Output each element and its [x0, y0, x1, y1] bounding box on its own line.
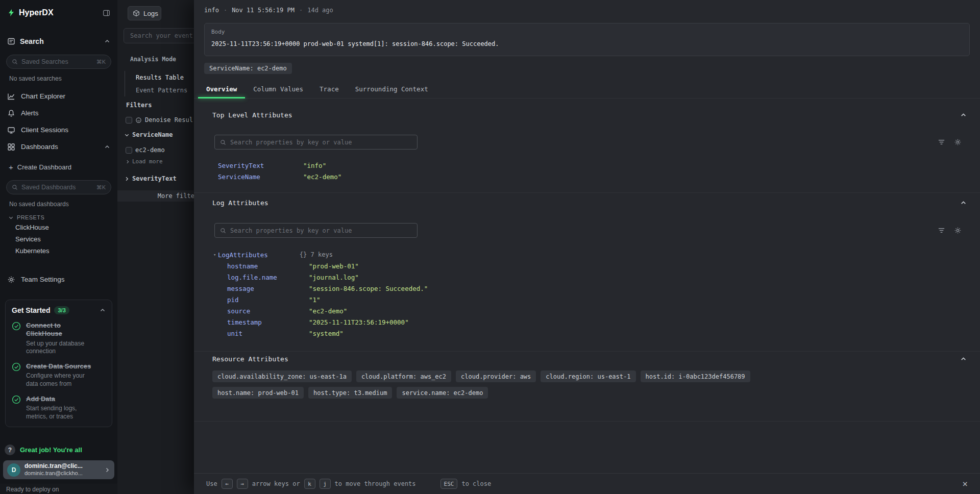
get-started-step[interactable]: Add Data Start sending logs, metrics, or…	[12, 395, 106, 421]
attribute-row[interactable]: log.file.name "journal.log"	[194, 271, 980, 283]
search-icon	[220, 139, 226, 145]
right-arrow-key: →	[237, 479, 248, 489]
grid-icon	[7, 143, 15, 151]
attribute-key[interactable]: SeverityText	[218, 162, 303, 169]
mode-event-patterns[interactable]: Event Patterns	[125, 84, 195, 96]
attribute-key[interactable]: unit	[227, 330, 309, 337]
sidebar-item-alerts[interactable]: Alerts	[0, 105, 117, 121]
resource-pill[interactable]: host.id: i-0abc123def456789	[641, 370, 750, 382]
attribute-row[interactable]: message "session-846.scope: Succeeded."	[194, 283, 980, 294]
sidebar-item-chart-explorer[interactable]: Chart Explorer	[0, 88, 117, 105]
caret-down-icon[interactable]: ▾	[213, 252, 218, 257]
attribute-row[interactable]: unit "systemd"	[194, 328, 980, 339]
sidebar-item-kubernetes[interactable]: Kubernetes	[0, 245, 117, 257]
resource-pill[interactable]: cloud.availability_zone: us-east-1a	[212, 370, 352, 382]
collapse-section-icon[interactable]	[960, 356, 967, 362]
attribute-value[interactable]: "1"	[309, 296, 321, 304]
chevron-up-icon[interactable]	[100, 307, 106, 313]
attribute-value[interactable]: "systemd"	[309, 330, 344, 337]
mode-results-table[interactable]: Results Table	[125, 71, 195, 84]
attribute-value[interactable]: "2025-11-11T23:56:19+0000"	[309, 318, 409, 326]
attribute-row[interactable]: ServiceName "ec2-demo"	[194, 171, 980, 182]
attribute-key[interactable]: timestamp	[227, 318, 309, 326]
chevron-up-icon[interactable]	[104, 144, 110, 150]
attribute-key[interactable]: LogAttributes	[218, 251, 268, 259]
sidebar-item-client-sessions[interactable]: Client Sessions	[0, 121, 117, 138]
tab-column-values[interactable]: Column Values	[245, 80, 311, 98]
collapse-section-icon[interactable]	[960, 200, 967, 206]
settings-icon[interactable]	[954, 138, 962, 146]
saved-searches-input[interactable]: Saved Searches ⌘K	[6, 55, 111, 69]
close-icon[interactable]: ×	[962, 479, 968, 488]
resource-pill[interactable]: cloud.region: us-east-1	[541, 370, 635, 382]
sidebar-item-dashboards[interactable]: Dashboards	[0, 138, 117, 155]
chart-icon	[7, 92, 15, 101]
property-search-input[interactable]	[230, 139, 412, 146]
resource-pill[interactable]: cloud.platform: aws_ec2	[356, 370, 451, 382]
separator-dot: ·	[224, 7, 227, 14]
filter-group-servicename[interactable]: ServiceName	[117, 129, 195, 141]
logo-text: HyperDX	[19, 8, 54, 17]
collapse-section-icon[interactable]	[960, 112, 967, 118]
tab-overview[interactable]: Overview	[198, 80, 245, 98]
attribute-value[interactable]: "session-846.scope: Succeeded."	[309, 285, 428, 292]
saved-dashboards-input[interactable]: Saved Dashboards ⌘K	[6, 180, 111, 194]
tab-surrounding-context[interactable]: Surrounding Context	[347, 80, 436, 98]
get-started-step[interactable]: Connect to ClickHouse Set up your databa…	[12, 322, 106, 355]
attribute-key[interactable]: log.file.name	[227, 274, 309, 281]
help-button[interactable]: ?	[5, 444, 15, 455]
filter-lines-icon[interactable]	[938, 227, 945, 234]
attribute-key[interactable]: message	[227, 285, 309, 292]
resource-pill[interactable]: host.type: t3.medium	[308, 387, 393, 399]
resource-pill[interactable]: service.name: ec2-demo	[397, 387, 488, 399]
attribute-key[interactable]: pid	[227, 296, 309, 304]
attribute-key[interactable]: ServiceName	[218, 173, 303, 181]
attribute-key[interactable]: source	[227, 307, 309, 315]
resource-pill[interactable]: cloud.provider: aws	[456, 370, 536, 382]
sidebar-item-search[interactable]: Search	[0, 34, 117, 49]
sidebar-collapse-icon[interactable]	[103, 9, 110, 17]
more-filters-button[interactable]: More filte	[117, 190, 195, 202]
attribute-key[interactable]: hostname	[227, 262, 309, 270]
attribute-row[interactable]: timestamp "2025-11-11T23:56:19+0000"	[194, 316, 980, 328]
load-more-button[interactable]: Load more	[117, 157, 195, 166]
k-key: k	[304, 479, 315, 489]
attribute-value[interactable]: "ec2-demo"	[303, 173, 341, 181]
load-more-label: Load more	[132, 158, 163, 165]
create-dashboard-label: Create Dashboard	[17, 163, 71, 171]
attribute-row[interactable]: SeverityText "info"	[194, 160, 980, 171]
attribute-value[interactable]: "prod-web-01"	[309, 262, 359, 270]
chevron-up-icon[interactable]	[104, 38, 110, 44]
filter-group-severitytext[interactable]: SeverityText	[117, 172, 195, 185]
search-panel-icon	[7, 37, 15, 45]
checkbox[interactable]	[126, 117, 132, 124]
sidebar-item-clickhouse[interactable]: ClickHouse	[0, 221, 117, 233]
event-search-input[interactable]: Search your event	[124, 28, 195, 43]
property-search-input[interactable]	[230, 227, 412, 234]
filter-option-ec2-demo[interactable]: ec2-demo	[117, 144, 195, 156]
sidebar-item-services[interactable]: Services	[0, 233, 117, 245]
attribute-row[interactable]: source "ec2-demo"	[194, 305, 980, 316]
sidebar-item-team-settings[interactable]: Team Settings	[0, 271, 117, 288]
tab-trace[interactable]: Trace	[311, 80, 347, 98]
log-attributes-root-row[interactable]: ▾ LogAttributes {} 7 keys	[194, 249, 980, 260]
presets-toggle[interactable]: PRESETS	[8, 213, 117, 221]
cmd-k-hint: ⌘K	[96, 184, 106, 191]
resource-pill[interactable]: host.name: prod-web-01	[212, 387, 304, 399]
denoise-results-checkbox-row[interactable]: Denoise Resul	[117, 114, 195, 126]
source-selector-button[interactable]: Logs	[128, 6, 161, 20]
attribute-value[interactable]: "info"	[303, 162, 326, 169]
filter-lines-icon[interactable]	[938, 138, 945, 146]
attribute-row[interactable]: pid "1"	[194, 294, 980, 305]
service-name-tag[interactable]: ServiceName: ec2-demo	[204, 63, 292, 74]
create-dashboard-button[interactable]: + Create Dashboard	[0, 159, 117, 175]
attribute-value[interactable]: "journal.log"	[309, 274, 359, 281]
user-menu[interactable]: D dominic.tran@clic... dominic.tran@clic…	[3, 460, 114, 479]
settings-icon[interactable]	[954, 227, 962, 234]
checkbox[interactable]	[126, 147, 132, 154]
attribute-row[interactable]: hostname "prod-web-01"	[194, 260, 980, 271]
attribute-value[interactable]: "ec2-demo"	[309, 307, 347, 315]
no-saved-dashboards-text: No saved dashboards	[9, 201, 117, 209]
get-started-step[interactable]: Create Data Sources Configure where your…	[12, 362, 106, 388]
drawer-tabs: Overview Column Values Trace Surrounding…	[194, 80, 980, 98]
